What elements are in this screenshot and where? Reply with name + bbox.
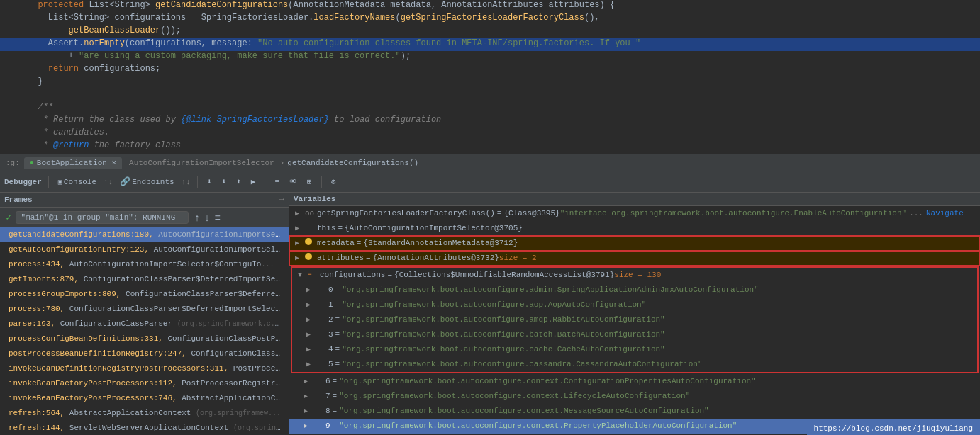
settings-btn[interactable]: ⚙ (328, 176, 339, 188)
var-item-conf-3[interactable]: ▶ 3 = "org.springframework.boot.autoconf… (292, 327, 977, 342)
var-item-conf-4[interactable]: ▶ 4 = "org.springframework.boot.autoconf… (292, 342, 977, 357)
code-line: List<String> configurations = SpringFact… (0, 13, 980, 26)
code-line-highlighted: Assert.notEmpty(configurations, message:… (0, 38, 980, 51)
var-item-conf-0[interactable]: ▶ 0 = "org.springframework.boot.autoconf… (292, 283, 977, 298)
code-line: + "are using a custom packaging, make su… (0, 51, 980, 64)
navigate-link[interactable]: Navigate (926, 207, 964, 220)
endpoints-tab[interactable]: 🔗 Endpoints (117, 175, 177, 188)
frame-item[interactable]: processGroupImports:809, ConfigurationCl… (0, 287, 289, 302)
breadcrumb: :g: ● BootApplication × AutoConfiguratio… (0, 154, 980, 171)
frame-item[interactable]: invokeBeanDefinitionRegistryPostProcesso… (0, 361, 289, 376)
variables-panel: Variables ▶ oo getSpringFactoriesLoaderF… (289, 193, 980, 435)
configurations-section: ▼ ≡ configurations = {Collections$Unmodi… (291, 266, 979, 373)
var-item-conf-1[interactable]: ▶ 1 = "org.springframework.boot.autoconf… (292, 298, 977, 312)
status-url: https://blog.csdn.net/jiuqiyuliang (814, 424, 973, 433)
thread-arrows: ↑ ↓ ≡ (193, 212, 221, 223)
frame-item[interactable]: parse:193, ConfigurationClassParser (org… (0, 317, 289, 332)
breadcrumb-method: getCandidateConfigurations() (287, 159, 418, 167)
thread-selector: ✓ "main"@1 in group "main": RUNNING ↑ ↓ … (0, 208, 289, 227)
code-line (0, 89, 980, 102)
variables-label: Variables (294, 195, 335, 203)
debugger-toolbar: Debugger ▣ Console ↑↓ 🔗 Endpoints ↑↓ ⬇ ⬇… (0, 171, 980, 193)
var-item-factory-class[interactable]: ▶ oo getSpringFactoriesLoaderFactoryClas… (289, 206, 980, 221)
var-item-metadata[interactable]: ▶ metadata = {StandardAnnotationMetadata… (289, 236, 980, 251)
code-line: } (0, 77, 980, 89)
code-line: * @return the factory class (0, 140, 980, 153)
frame-item[interactable]: process:780, ConfigurationClassParser$De… (0, 302, 289, 317)
frame-item[interactable]: getAutoConfigurationEntry:123, AutoConfi… (0, 242, 289, 257)
step-into-btn[interactable]: ⬇ (219, 176, 230, 188)
variables-header: Variables (289, 193, 980, 206)
thread-running-icon: ✓ (6, 211, 11, 223)
code-line: /** (0, 102, 980, 115)
var-item-attributes[interactable]: ▶ attributes = {AnnotationAttributes@373… (289, 251, 980, 266)
status-bar: https://blog.csdn.net/jiuqiyuliang (807, 422, 980, 435)
frame-item[interactable]: processConfigBeanDefinitions:331, Config… (0, 332, 289, 346)
code-line: return configurations; (0, 64, 980, 77)
frames-header: Frames → (0, 193, 289, 208)
frame-item[interactable]: postProcessBeanDefinitionRegistry:247, C… (0, 346, 289, 361)
console-tab[interactable]: ▣ Console (55, 176, 99, 188)
thread-filter-btn[interactable]: ≡ (213, 212, 221, 223)
thread-up-btn[interactable]: ↑ (193, 212, 201, 223)
frame-item[interactable]: refresh:564, AbstractApplicationContext … (0, 406, 289, 421)
code-line: protected List<String> getCandidateConfi… (0, 0, 980, 13)
frame-item[interactable]: invokeBeanFactoryPostProcessors:746, Abs… (0, 391, 289, 406)
debug-label: :g: (6, 159, 20, 167)
orange-circle-icon (305, 237, 315, 249)
step-out-btn[interactable]: ⬆ (233, 176, 244, 188)
frames-pin-btn[interactable]: → (279, 195, 284, 205)
frame-item[interactable]: refresh:144, ServletWebServerApplication… (0, 421, 289, 435)
thread-dropdown[interactable]: "main"@1 in group "main": RUNNING (16, 211, 189, 224)
debugger-content: Frames → ✓ "main"@1 in group "main": RUN… (0, 193, 980, 435)
frame-item[interactable]: process:434, AutoConfigurationImportSele… (0, 257, 289, 272)
frames-label: Frames (4, 196, 33, 204)
var-item-conf-6[interactable]: ▶ 6 = "org.springframework.boot.autoconf… (289, 374, 980, 389)
tab-boot[interactable]: ● BootApplication × (24, 157, 122, 169)
var-item-conf-2[interactable]: ▶ 2 = "org.springframework.boot.autoconf… (292, 312, 977, 327)
code-editor: protected List<String> getCandidateConfi… (0, 0, 980, 154)
thread-down-btn[interactable]: ↓ (203, 212, 211, 223)
frame-item[interactable]: invokeBeanFactoryPostProcessors:112, Pos… (0, 376, 289, 391)
debugger-tab[interactable]: Debugger (4, 178, 42, 186)
var-item-conf-8[interactable]: ▶ 8 = "org.springframework.boot.autoconf… (289, 404, 980, 419)
code-line: */ (0, 153, 980, 154)
var-item-this[interactable]: ▶ this = {AutoConfigurationImportSelecto… (289, 221, 980, 236)
variables-list: ▶ oo getSpringFactoriesLoaderFactoryClas… (289, 206, 980, 435)
var-item-conf-7[interactable]: ▶ 7 = "org.springframework.boot.autoconf… (289, 389, 980, 404)
code-line: * candidates. (0, 128, 980, 140)
code-line: getBeanClassLoader()); (0, 26, 980, 38)
frames-list: getCandidateConfigurations:180, AutoConf… (0, 227, 289, 435)
memory-btn[interactable]: ⊞ (304, 176, 315, 188)
frames-panel: Frames → ✓ "main"@1 in group "main": RUN… (0, 193, 289, 435)
var-item-configurations[interactable]: ▼ ≡ configurations = {Collections$Unmodi… (292, 268, 977, 283)
oo-icon: oo (305, 207, 315, 220)
frame-item[interactable]: getCandidateConfigurations:180, AutoConf… (0, 227, 289, 242)
frame-item[interactable]: getImports:879, ConfigurationClassParser… (0, 272, 289, 287)
code-line: * Return the class used by {@link Spring… (0, 115, 980, 128)
step-over-btn[interactable]: ⬇ (204, 176, 215, 188)
var-item-conf-5[interactable]: ▶ 5 = "org.springframework.boot.autoconf… (292, 357, 977, 372)
orange-circle-icon2 (305, 252, 315, 264)
watch-btn[interactable]: 👁 (286, 176, 300, 188)
run-to-cursor-btn[interactable]: ▶ (248, 176, 259, 188)
evaluate-btn[interactable]: ≡ (272, 176, 282, 188)
